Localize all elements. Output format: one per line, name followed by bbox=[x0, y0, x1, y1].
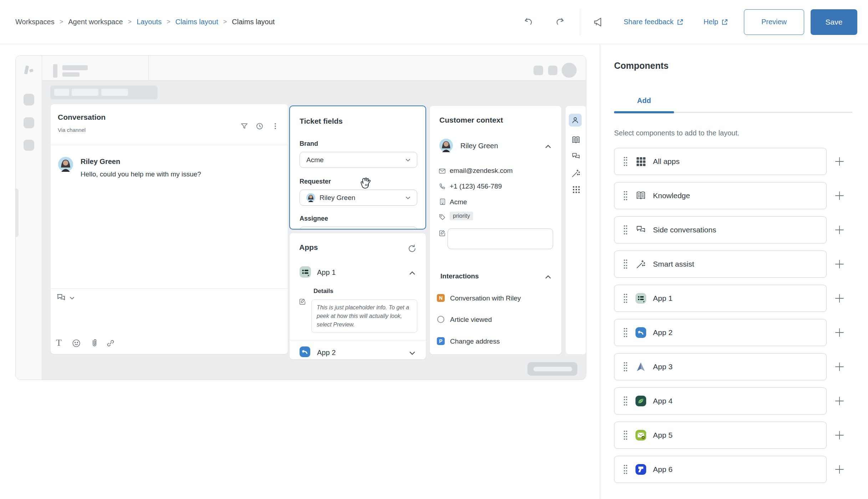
breadcrumb-separator: > bbox=[167, 18, 170, 26]
header-placeholder bbox=[62, 65, 88, 70]
drag-handle-icon[interactable] bbox=[623, 259, 628, 269]
top-bar: Workspaces > Agent workspace > Layouts >… bbox=[0, 0, 868, 44]
share-feedback-link[interactable]: Share feedback bbox=[624, 18, 684, 26]
tab-placeholder bbox=[72, 89, 98, 96]
chevron-down-icon[interactable] bbox=[409, 350, 416, 357]
breadcrumb-agent-workspace[interactable]: Agent workspace bbox=[68, 18, 123, 26]
redo-icon[interactable] bbox=[554, 16, 566, 28]
ticket-fields-component[interactable]: Ticket fields Brand Acme Requester Riley… bbox=[289, 106, 426, 230]
knowledge-icon[interactable] bbox=[571, 135, 581, 145]
nav-item-placeholder bbox=[24, 140, 34, 151]
interaction-item[interactable]: Change address bbox=[450, 338, 500, 345]
component-card-app-2[interactable]: App 2 bbox=[614, 319, 827, 346]
interaction-item[interactable]: Article viewed bbox=[450, 316, 492, 324]
add-component-button[interactable] bbox=[827, 225, 852, 235]
history-icon[interactable] bbox=[255, 122, 264, 130]
component-card-all-apps[interactable]: All apps bbox=[614, 148, 827, 175]
add-component-button[interactable] bbox=[827, 190, 852, 201]
smart-assist-icon[interactable] bbox=[571, 168, 581, 179]
interaction-circle-icon bbox=[437, 316, 444, 323]
plus-icon bbox=[834, 259, 845, 269]
components-list: All apps Knowledge bbox=[614, 148, 868, 483]
app-3-icon bbox=[635, 361, 647, 372]
component-card-app-6[interactable]: App 6 bbox=[614, 456, 827, 483]
ticket-fields-title: Ticket fields bbox=[300, 117, 343, 125]
link-icon[interactable] bbox=[106, 339, 115, 348]
nav-item-placeholder bbox=[24, 117, 34, 128]
customer-context-component[interactable]: Customer context Riley Green email@zende… bbox=[429, 106, 562, 355]
user-tab-active[interactable] bbox=[569, 114, 582, 127]
side-conversations-icon[interactable] bbox=[571, 151, 581, 161]
brand-select[interactable]: Acme bbox=[300, 152, 417, 168]
emoji-icon[interactable] bbox=[72, 339, 81, 348]
attachment-icon[interactable] bbox=[90, 338, 99, 348]
requester-select[interactable]: Riley Green bbox=[300, 190, 417, 206]
customer-email[interactable]: email@zendesk.com bbox=[450, 167, 513, 175]
chevron-up-icon[interactable] bbox=[545, 143, 552, 150]
refresh-icon[interactable] bbox=[407, 244, 417, 253]
component-row-all-apps: All apps bbox=[614, 148, 868, 175]
overflow-menu-icon[interactable] bbox=[271, 122, 280, 130]
app-details-placeholder[interactable]: This is just placeholder info. To get a … bbox=[311, 299, 417, 333]
add-component-button[interactable] bbox=[827, 396, 852, 406]
phone-icon bbox=[438, 183, 446, 191]
component-label: App 3 bbox=[653, 362, 673, 371]
assignee-select[interactable] bbox=[300, 227, 417, 230]
drag-handle-icon[interactable] bbox=[623, 396, 628, 406]
drag-handle-icon[interactable] bbox=[623, 464, 628, 475]
announcements-icon[interactable] bbox=[592, 15, 606, 29]
app-5-icon bbox=[635, 429, 647, 441]
interaction-item[interactable]: Conversation with Riley bbox=[450, 294, 521, 302]
customer-tag-chip[interactable]: priority bbox=[450, 212, 473, 220]
save-button[interactable]: Save bbox=[811, 9, 857, 35]
apps-component[interactable]: Apps App 1 Details This is just placehol… bbox=[289, 233, 426, 360]
brand-label: Brand bbox=[300, 140, 318, 148]
workspace-preview-canvas: Conversation Via channel Riley Green Hel… bbox=[15, 55, 586, 380]
component-card-side-conversations[interactable]: Side conversations bbox=[614, 216, 827, 243]
help-link[interactable]: Help bbox=[704, 18, 728, 26]
drag-handle-icon[interactable] bbox=[623, 190, 628, 201]
channel-switcher-icon[interactable] bbox=[56, 292, 66, 303]
app-2-icon bbox=[299, 346, 311, 357]
chevron-up-icon[interactable] bbox=[545, 273, 552, 281]
customer-phone[interactable]: +1 (123) 456-789 bbox=[450, 182, 502, 190]
divider bbox=[290, 340, 426, 340]
tab-add[interactable]: Add bbox=[614, 97, 674, 113]
add-component-button[interactable] bbox=[827, 327, 852, 338]
drag-handle-icon[interactable] bbox=[623, 225, 628, 235]
conversation-component[interactable]: Conversation Via channel Riley Green Hel… bbox=[50, 104, 288, 354]
context-panel-icon-strip bbox=[565, 106, 586, 355]
add-component-button[interactable] bbox=[827, 430, 852, 441]
drag-handle-icon[interactable] bbox=[623, 327, 628, 338]
component-card-app-1[interactable]: App 1 bbox=[614, 285, 827, 312]
drag-handle-icon[interactable] bbox=[623, 430, 628, 441]
apps-grid-icon[interactable] bbox=[572, 185, 581, 194]
preview-button[interactable]: Preview bbox=[744, 9, 804, 35]
component-card-app-3[interactable]: App 3 bbox=[614, 353, 827, 380]
drag-handle-icon[interactable] bbox=[623, 293, 628, 304]
chevron-down-icon[interactable] bbox=[69, 295, 75, 301]
customer-organization[interactable]: Acme bbox=[450, 198, 467, 206]
component-card-knowledge[interactable]: Knowledge bbox=[614, 182, 827, 209]
side-conversations-icon bbox=[635, 224, 647, 236]
breadcrumb-layouts[interactable]: Layouts bbox=[137, 18, 162, 26]
breadcrumb-workspaces[interactable]: Workspaces bbox=[15, 18, 55, 26]
add-component-button[interactable] bbox=[827, 259, 852, 269]
component-card-smart-assist[interactable]: Smart assist bbox=[614, 251, 827, 278]
component-label: App 4 bbox=[653, 397, 673, 405]
add-component-button[interactable] bbox=[827, 156, 852, 167]
drag-handle-icon[interactable] bbox=[623, 156, 628, 167]
panel-resize-handle[interactable] bbox=[15, 189, 19, 237]
chevron-up-icon[interactable] bbox=[409, 269, 416, 277]
breadcrumb-claims-layout[interactable]: Claims layout bbox=[175, 18, 218, 26]
component-card-app-4[interactable]: App 4 bbox=[614, 387, 827, 415]
text-format-icon[interactable]: T bbox=[56, 338, 62, 348]
add-component-button[interactable] bbox=[827, 293, 852, 304]
filter-icon[interactable] bbox=[240, 122, 249, 130]
customer-notes-input[interactable] bbox=[448, 228, 553, 249]
component-card-app-5[interactable]: App 5 bbox=[614, 422, 827, 449]
undo-icon[interactable] bbox=[523, 16, 534, 28]
add-component-button[interactable] bbox=[827, 464, 852, 475]
drag-handle-icon[interactable] bbox=[623, 361, 628, 372]
add-component-button[interactable] bbox=[827, 361, 852, 372]
